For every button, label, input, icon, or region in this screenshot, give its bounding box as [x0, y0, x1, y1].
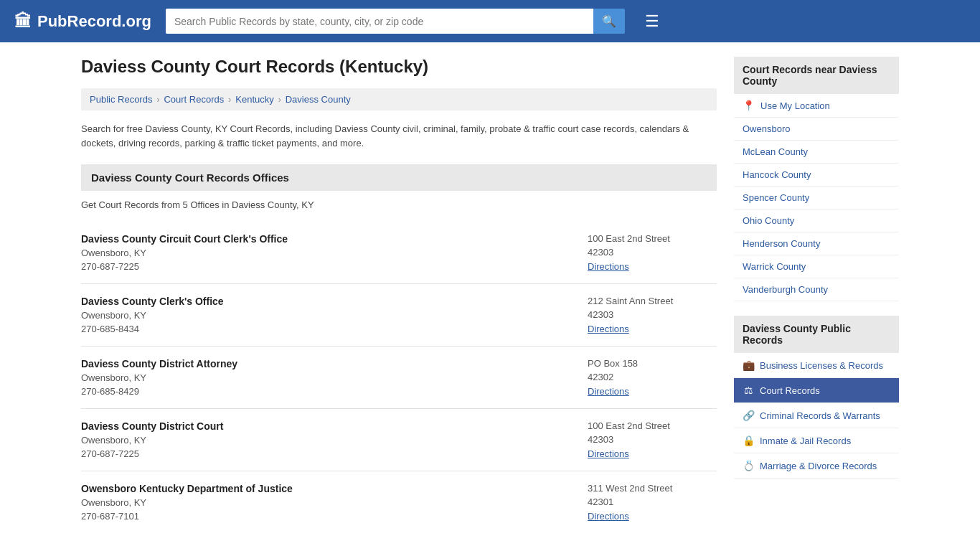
- record-label: Criminal Records & Warrants: [760, 410, 880, 421]
- office-city: Owensboro, KY: [81, 248, 288, 258]
- search-input[interactable]: [166, 9, 593, 34]
- page-title: Daviess County Court Records (Kentucky): [81, 57, 717, 77]
- page-description: Search for free Daviess County, KY Court…: [81, 122, 717, 150]
- record-label: Court Records: [760, 385, 820, 396]
- sidebar-nearby-item[interactable]: McLean County: [734, 141, 899, 164]
- breadcrumb-public-records[interactable]: Public Records: [90, 94, 152, 105]
- record-link[interactable]: 🔒 Inmate & Jail Records: [734, 428, 899, 453]
- office-phone: 270-687-7101: [81, 511, 293, 522]
- office-name: Owensboro Kentucky Department of Justice: [81, 483, 293, 494]
- office-address-block: 311 West 2nd Street 42301 Directions: [573, 483, 717, 522]
- sidebar-record-item[interactable]: 🔒 Inmate & Jail Records: [734, 428, 899, 453]
- search-button[interactable]: 🔍: [593, 9, 625, 34]
- breadcrumb-daviess-county[interactable]: Daviess County: [286, 94, 351, 105]
- office-city: Owensboro, KY: [81, 372, 237, 383]
- content-area: Daviess County Court Records (Kentucky) …: [81, 57, 717, 533]
- office-name: Daviess County Circuit Court Clerk's Off…: [81, 233, 288, 245]
- office-phone: 270-685-8429: [81, 386, 237, 397]
- office-street: 100 East 2nd Street: [588, 233, 717, 244]
- office-street: 311 West 2nd Street: [588, 483, 717, 494]
- directions-link[interactable]: Directions: [588, 261, 629, 272]
- office-phone: 270-685-8434: [81, 324, 224, 334]
- nearby-location-link[interactable]: Vanderburgh County: [743, 284, 890, 295]
- office-card: Daviess County Circuit Court Clerk's Off…: [81, 222, 717, 284]
- nearby-location-link[interactable]: Owensboro: [743, 123, 890, 134]
- sidebar-nearby-item[interactable]: Ohio County: [734, 209, 899, 232]
- record-icon: 💍: [743, 460, 754, 471]
- office-info: Daviess County Clerk's Office Owensboro,…: [81, 296, 224, 334]
- office-city: Owensboro, KY: [81, 497, 293, 508]
- breadcrumb: Public Records › Court Records › Kentuck…: [81, 88, 717, 110]
- offices-count: Get Court Records from 5 Offices in Davi…: [81, 199, 717, 210]
- record-icon: ⚖: [743, 385, 754, 396]
- record-icon: 🔗: [743, 410, 754, 421]
- office-street: 212 Saint Ann Street: [588, 296, 717, 306]
- sidebar-nearby-item[interactable]: Henderson County: [734, 232, 899, 255]
- office-info: Daviess County District Court Owensboro,…: [81, 420, 223, 459]
- sidebar-record-item[interactable]: ⚖ Court Records: [734, 378, 899, 403]
- sidebar-record-item[interactable]: 💼 Business Licenses & Records: [734, 353, 899, 378]
- office-zip: 42301: [588, 496, 717, 507]
- office-card: Daviess County District Court Owensboro,…: [81, 409, 717, 471]
- directions-link[interactable]: Directions: [588, 511, 629, 522]
- office-street: 100 East 2nd Street: [588, 420, 717, 431]
- breadcrumb-sep-1: ›: [156, 95, 159, 105]
- sidebar-nearby-item[interactable]: Hancock County: [734, 164, 899, 187]
- office-phone: 270-687-7225: [81, 261, 288, 272]
- record-label: Marriage & Divorce Records: [760, 461, 877, 471]
- breadcrumb-court-records[interactable]: Court Records: [164, 94, 224, 105]
- menu-button[interactable]: ☰: [645, 12, 659, 31]
- use-location-item[interactable]: 📍 Use My Location: [734, 94, 899, 118]
- nearby-location-link[interactable]: Spencer County: [743, 192, 890, 203]
- nearby-location-link[interactable]: McLean County: [743, 146, 890, 157]
- use-location-label: Use My Location: [760, 100, 830, 111]
- sidebar: Court Records near Daviess County 📍 Use …: [734, 57, 899, 533]
- record-link[interactable]: 🔗 Criminal Records & Warrants: [734, 403, 899, 428]
- office-phone: 270-687-7225: [81, 448, 223, 459]
- breadcrumb-sep-3: ›: [278, 95, 281, 105]
- location-icon: 📍: [743, 100, 755, 111]
- sidebar-nearby-item[interactable]: Warrick County: [734, 255, 899, 278]
- directions-link[interactable]: Directions: [588, 386, 629, 397]
- office-city: Owensboro, KY: [81, 310, 224, 321]
- sidebar-records-title: Daviess County Public Records: [734, 316, 899, 353]
- office-address-block: 100 East 2nd Street 42303 Directions: [573, 420, 717, 459]
- sidebar-nearby-item[interactable]: Owensboro: [734, 118, 899, 141]
- office-address-block: PO Box 158 42302 Directions: [573, 358, 717, 397]
- search-bar: 🔍: [166, 9, 625, 34]
- main-container: Daviess County Court Records (Kentucky) …: [67, 42, 913, 547]
- record-link[interactable]: ⚖ Court Records: [734, 378, 899, 402]
- sidebar-nearby-title: Court Records near Daviess County: [734, 57, 899, 94]
- office-zip: 42302: [588, 372, 717, 382]
- sidebar-nearby-list: 📍 Use My Location OwensboroMcLean County…: [734, 94, 899, 301]
- sidebar-records-list: 💼 Business Licenses & Records ⚖ Court Re…: [734, 353, 899, 479]
- office-info: Owensboro Kentucky Department of Justice…: [81, 483, 293, 522]
- sidebar-record-item[interactable]: 🔗 Criminal Records & Warrants: [734, 403, 899, 428]
- directions-link[interactable]: Directions: [588, 324, 629, 334]
- record-link[interactable]: 💼 Business Licenses & Records: [734, 353, 899, 377]
- record-icon: 💼: [743, 359, 754, 371]
- site-header: 🏛 PubRecord.org 🔍 ☰: [0, 0, 980, 42]
- office-address-block: 212 Saint Ann Street 42303 Directions: [573, 296, 717, 334]
- offices-section-header: Daviess County Court Records Offices: [81, 164, 717, 191]
- sidebar-record-item[interactable]: 💍 Marriage & Divorce Records: [734, 453, 899, 479]
- nearby-location-link[interactable]: Warrick County: [743, 261, 890, 272]
- office-info: Daviess County District Attorney Owensbo…: [81, 358, 237, 397]
- record-link[interactable]: 💍 Marriage & Divorce Records: [734, 453, 899, 478]
- nearby-location-link[interactable]: Hancock County: [743, 169, 890, 180]
- offices-list: Daviess County Circuit Court Clerk's Off…: [81, 222, 717, 533]
- sidebar-nearby-item[interactable]: Vanderburgh County: [734, 278, 899, 301]
- office-card: Daviess County Clerk's Office Owensboro,…: [81, 284, 717, 347]
- nearby-location-link[interactable]: Henderson County: [743, 238, 890, 249]
- sidebar-nearby-item[interactable]: Spencer County: [734, 187, 899, 209]
- office-street: PO Box 158: [588, 358, 717, 369]
- office-card: Daviess County District Attorney Owensbo…: [81, 347, 717, 409]
- directions-link[interactable]: Directions: [588, 448, 629, 459]
- nearby-location-link[interactable]: Ohio County: [743, 215, 890, 226]
- breadcrumb-kentucky[interactable]: Kentucky: [235, 94, 273, 105]
- site-logo[interactable]: 🏛 PubRecord.org: [14, 11, 151, 32]
- office-info: Daviess County Circuit Court Clerk's Off…: [81, 233, 288, 272]
- record-label: Business Licenses & Records: [760, 360, 883, 371]
- logo-text: PubRecord.org: [37, 12, 151, 31]
- office-name: Daviess County Clerk's Office: [81, 296, 224, 307]
